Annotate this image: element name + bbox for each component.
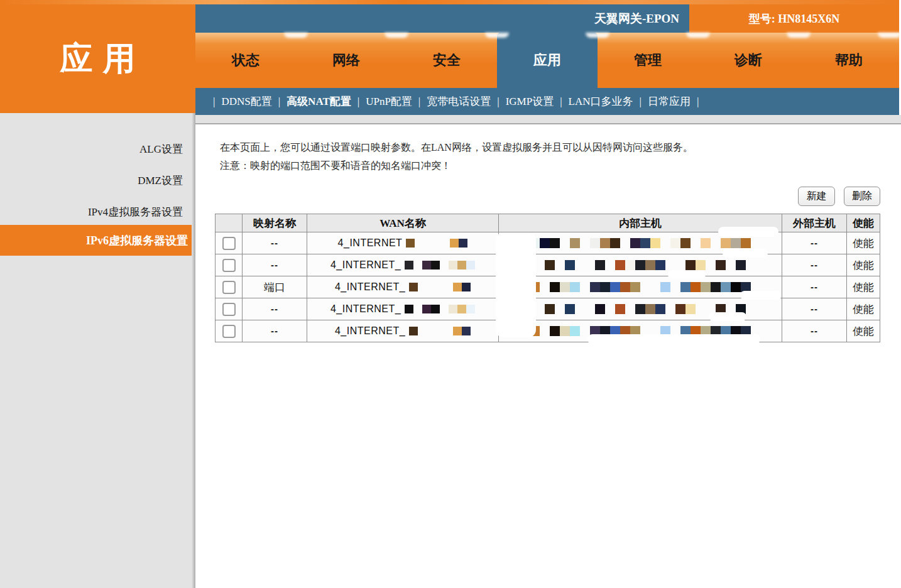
- row-checkbox[interactable]: [222, 281, 236, 294]
- sidebar-item-dmz[interactable]: DMZ设置: [138, 173, 183, 188]
- tab-separator-highlight: [284, 33, 308, 38]
- row-checkbox[interactable]: [222, 237, 236, 250]
- tab-help[interactable]: 帮助: [799, 33, 899, 88]
- mapping-name-cell: --: [243, 232, 307, 254]
- wan-name-content: 4_INTERNET_: [307, 325, 498, 337]
- checkbox-cell: [216, 320, 243, 342]
- external-host-cell: --: [782, 254, 847, 276]
- internal-host-cell: [499, 276, 782, 298]
- sidebar-item-alg[interactable]: ALG设置: [139, 142, 183, 156]
- subnav-item-upnp[interactable]: UPnP配置: [366, 94, 412, 109]
- wan-name-cell: 4_INTERNET_: [307, 320, 499, 342]
- redaction-mosaic: [406, 239, 467, 248]
- subnav-separator: |: [418, 95, 420, 108]
- redaction-blob: [723, 249, 768, 258]
- wan-name-cell: 4_INTERNET_: [307, 276, 499, 298]
- column-header: WAN名称: [307, 214, 499, 232]
- subnav-item-lan-multiservice[interactable]: LAN口多业务: [569, 94, 633, 109]
- subnav-item-ddns[interactable]: DDNS配置: [221, 94, 271, 109]
- column-header: [216, 214, 243, 232]
- column-header: 外部主机: [782, 214, 847, 232]
- mapping-name-cell: --: [243, 320, 307, 342]
- model-label: 型号: HN8145X6N: [749, 11, 840, 26]
- tab-network[interactable]: 网络: [296, 33, 396, 88]
- subnav-separator: |: [358, 95, 359, 108]
- enable-cell: 使能: [847, 232, 880, 254]
- subnav-item-voip[interactable]: 宽带电话设置: [427, 94, 491, 109]
- checkbox-cell: [216, 232, 243, 254]
- external-host-cell: --: [782, 320, 847, 342]
- table-header-row: 映射名称WAN名称内部主机外部主机使能: [216, 214, 880, 232]
- subnav-item-daily-app[interactable]: 日常应用: [648, 94, 691, 109]
- tab-separator-highlight: [878, 33, 901, 38]
- tab-separator-highlight: [787, 33, 811, 38]
- subnav-bar: |DDNS配置|高级NAT配置|UPnP配置|宽带电话设置|IGMP设置|LAN…: [195, 88, 899, 115]
- router-admin-page: { "colors": { "accent_orange": "#ED7C1F"…: [0, 0, 901, 588]
- row-checkbox[interactable]: [222, 325, 236, 338]
- row-checkbox[interactable]: [222, 259, 236, 272]
- tab-separator-highlight: [485, 33, 509, 38]
- tab-security[interactable]: 安全: [396, 33, 497, 88]
- redaction-blob: [668, 270, 706, 279]
- wan-name-cell: 4_INTERNET: [307, 232, 499, 254]
- main-tabbar: 状态网络安全应用管理诊断帮助: [195, 33, 899, 88]
- wan-name-content: 4_INTERNET: [307, 237, 498, 249]
- tab-separator-highlight: [385, 33, 408, 38]
- wan-name-content: 4_INTERNET_: [307, 259, 498, 271]
- mapping-name-cell: --: [243, 298, 307, 320]
- redaction-mosaic: [405, 261, 475, 270]
- enable-cell: 使能: [847, 276, 880, 298]
- tab-separator-highlight: [686, 33, 710, 38]
- redaction-blob: [709, 312, 746, 321]
- external-host-cell: --: [782, 232, 847, 254]
- sidebar: ALG设置DMZ设置IPv4虚拟服务器设置IPv6虚拟服务器设置: [0, 113, 192, 588]
- sidebar-item-ipv6-virtual-server[interactable]: IPv6虚拟服务器设置: [0, 225, 192, 256]
- subnav-item-advanced-nat[interactable]: 高级NAT配置: [287, 94, 351, 109]
- description-line-1: 在本页面上，您可以通过设置端口映射参数。在LAN网络，设置虚拟服务并且可以从因特…: [220, 138, 693, 156]
- page-title: 应用: [50, 37, 146, 81]
- table-row: --4_INTERNET_--使能: [216, 298, 880, 320]
- tab-status[interactable]: 状态: [195, 33, 296, 88]
- enable-cell: 使能: [847, 298, 880, 320]
- external-host-cell: --: [782, 298, 847, 320]
- port-mapping-table-wrap: 映射名称WAN名称内部主机外部主机使能 --4_INTERNET--使能--4_…: [215, 214, 880, 342]
- sidebar-item-ipv4-virtual-server[interactable]: IPv4虚拟服务器设置: [88, 205, 183, 219]
- redaction-mosaic: [409, 327, 471, 335]
- section-header: 应用: [0, 4, 195, 113]
- redaction-mosaic: [409, 283, 471, 291]
- mapping-name-cell: 端口: [243, 276, 307, 298]
- subnav-separator: |: [278, 95, 280, 108]
- mapping-name-cell: --: [243, 254, 307, 276]
- subnav-separator: |: [697, 95, 699, 108]
- description-line-2: 注意：映射的端口范围不要和语音的知名端口冲突！: [220, 156, 693, 175]
- redaction-blob: [496, 232, 536, 337]
- redaction-mosaic: [499, 282, 782, 292]
- model-badge: 型号: HN8145X6N: [689, 4, 899, 33]
- wan-name-cell: 4_INTERNET_: [307, 254, 499, 276]
- page-description: 在本页面上，您可以通过设置端口映射参数。在LAN网络，设置虚拟服务并且可以从因特…: [220, 138, 693, 175]
- row-checkbox[interactable]: [222, 303, 236, 316]
- tab-diagnosis[interactable]: 诊断: [698, 33, 799, 88]
- table-row: --4_INTERNET--使能: [216, 232, 880, 254]
- tab-separator-highlight: [586, 33, 609, 38]
- new-button[interactable]: 新建: [798, 187, 835, 206]
- wan-name-cell: 4_INTERNET_: [307, 298, 499, 320]
- checkbox-cell: [216, 298, 243, 320]
- table-body: --4_INTERNET--使能--4_INTERNET_--使能端口4_INT…: [216, 232, 880, 342]
- delete-button[interactable]: 删除: [844, 187, 880, 206]
- content-gap-strip: [195, 115, 901, 124]
- wan-name-content: 4_INTERNET_: [307, 303, 498, 315]
- tab-application[interactable]: 应用: [497, 33, 598, 88]
- subnav-item-igmp[interactable]: IGMP设置: [506, 94, 554, 109]
- tab-management[interactable]: 管理: [598, 33, 698, 88]
- redaction-mosaic: [499, 238, 782, 248]
- checkbox-cell: [216, 254, 243, 276]
- column-header: 使能: [847, 214, 880, 232]
- redaction-blob: [740, 291, 782, 300]
- table-row: --4_INTERNET_--使能: [216, 254, 880, 276]
- table-row: --4_INTERNET_--使能: [216, 320, 880, 342]
- top-bar: 天翼网关-EPON: [195, 4, 689, 33]
- brand-label: 天翼网关-EPON: [594, 11, 679, 27]
- enable-cell: 使能: [847, 320, 880, 342]
- top-accent-strip: [0, 0, 899, 4]
